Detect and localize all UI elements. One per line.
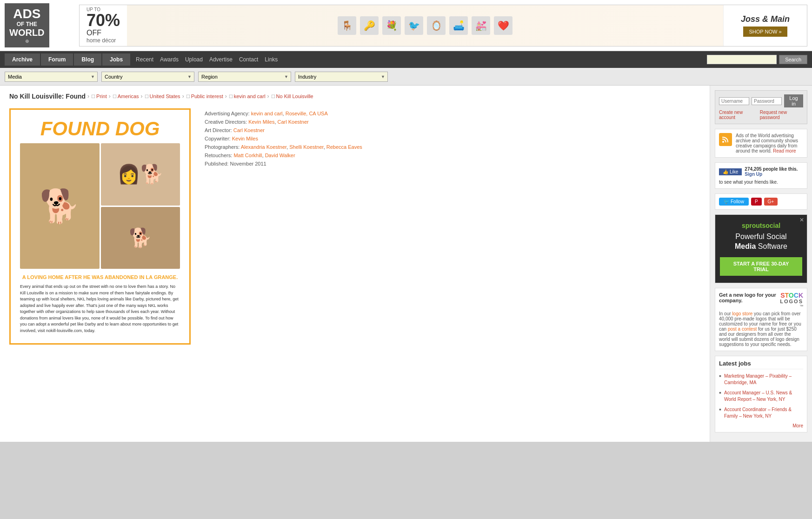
twitter-follow-button[interactable]: 🐦 Follow xyxy=(719,198,749,206)
facebook-box: 👍 Like 274,205 people like this. Sign Up… xyxy=(715,162,807,189)
google-plus-icon: G+ xyxy=(768,199,774,204)
pinterest-icon: P xyxy=(755,199,758,204)
content-area: No Kill Louisville: Found › Print › Amer… xyxy=(0,86,710,442)
sprout-social-ad: ✕ sproutsocial Powerful Social Media Sof… xyxy=(715,214,807,283)
retoucher-2[interactable]: David Walker xyxy=(265,153,295,158)
thumbs-up-icon: 👍 xyxy=(723,169,728,174)
sprout-h2: Media xyxy=(735,242,756,250)
banner-category: home décor xyxy=(87,37,120,44)
logo-of: OF THE xyxy=(9,21,45,27)
nav-recent[interactable]: Recent xyxy=(136,56,153,63)
region-filter-wrap: Region xyxy=(198,72,291,82)
breadcrumb-sep-1: › xyxy=(87,93,89,100)
facebook-like-button[interactable]: 👍 Like xyxy=(719,168,742,175)
breadcrumb-sep-3: › xyxy=(141,93,143,100)
photographer-1[interactable]: Alexandria Koestner xyxy=(241,144,286,150)
photographer-3[interactable]: Rebecca Eaves xyxy=(326,144,362,150)
sprout-h1: Powerful Social xyxy=(735,233,786,240)
login-button[interactable]: Log in xyxy=(784,94,803,107)
creative-director-2[interactable]: Carl Koestner xyxy=(278,119,309,125)
close-ad-button[interactable]: ✕ xyxy=(799,217,804,223)
nav-upload[interactable]: Upload xyxy=(185,56,203,63)
about-text: Ads of the World advertising archive and… xyxy=(736,133,803,153)
breadcrumb-agency[interactable]: kevin and carl xyxy=(229,93,266,99)
ad-details: Advertising Agency: kevin and carl, Rose… xyxy=(205,108,700,345)
stock-s: S xyxy=(780,292,785,299)
sprout-trial-button[interactable]: START A FREE 30-DAY TRIAL xyxy=(720,257,802,276)
furniture-icon-5: 🪞 xyxy=(427,16,446,35)
nav-links-item[interactable]: Links xyxy=(265,56,278,63)
job-link-3[interactable]: Account Coordinator – Friends & Family –… xyxy=(724,406,803,419)
detail-retouchers: Retouchers: Matt Corkhill, David Walker xyxy=(205,153,700,158)
stock-logos-description: In our logo store you can pick from over… xyxy=(719,311,803,347)
agency-link[interactable]: kevin and carl xyxy=(251,111,283,116)
page-title: No Kill Louisville: Found xyxy=(9,93,86,100)
country-filter[interactable]: Country xyxy=(101,72,194,82)
breadcrumb-print[interactable]: Print xyxy=(91,93,107,99)
industry-filter-wrap: Industry xyxy=(295,72,388,82)
job-bullet-1: ▪ xyxy=(719,372,721,379)
agency-location[interactable]: Roseville, CA USA xyxy=(286,111,328,116)
ad-body: Every animal that ends up out on the str… xyxy=(20,284,180,334)
nav-contact[interactable]: Contact xyxy=(239,56,258,63)
art-director-label: Art Director: xyxy=(205,127,232,133)
nav-blog[interactable]: Blog xyxy=(74,53,101,66)
logo-area: ADS OF THE WORLD ⊕ xyxy=(5,3,79,47)
dog-icon-1: 🐕 xyxy=(40,187,80,225)
fb-signup-link[interactable]: Sign Up xyxy=(745,172,762,177)
detail-creative-directors: Creative Directors: Kevin Miles, Carl Ko… xyxy=(205,119,700,125)
country-filter-wrap: Country xyxy=(101,72,194,82)
copywriter-label: Copywriter: xyxy=(205,136,231,141)
copywriter-link[interactable]: Kevin Miles xyxy=(232,136,258,141)
read-more-link[interactable]: Read more xyxy=(773,148,796,153)
banner-furniture-icons: 🪑 🔑 💐 🐦 🪞 🛋️ 💒 ❤️ xyxy=(127,5,723,46)
job-link-2[interactable]: Account Manager – U.S. News & World Repo… xyxy=(724,390,803,403)
jobs-box: Latest jobs ▪ Marketing Manager – Pixabi… xyxy=(715,356,807,432)
furniture-icon-2: 🔑 xyxy=(360,16,379,35)
retoucher-1[interactable]: Matt Corkhill xyxy=(233,153,262,158)
banner-brand[interactable]: Joss & Main SHOP NOW » xyxy=(723,5,807,46)
top-banner: ADS OF THE WORLD ⊕ UP TO 70% OFF home dé… xyxy=(0,0,812,51)
stock-get-logo: Get a new logo for your company. xyxy=(719,292,776,303)
username-input[interactable] xyxy=(719,97,749,105)
breadcrumb-public-interest[interactable]: Public interest xyxy=(186,93,223,99)
job-item-2: ▪ Account Manager – U.S. News & World Re… xyxy=(719,390,803,403)
sprout-h3: Software xyxy=(758,242,787,250)
post-contest-link[interactable]: post a contest xyxy=(728,326,757,332)
like-label: Like xyxy=(730,169,738,174)
dog-photo-sleeping: 🐕 xyxy=(101,207,180,269)
breadcrumb-united-states[interactable]: United States xyxy=(145,93,180,99)
banner-off: OFF xyxy=(87,29,120,37)
industry-filter[interactable]: Industry xyxy=(295,72,388,82)
create-account-link[interactable]: Create new account xyxy=(719,110,756,120)
breadcrumb-sep-4: › xyxy=(182,93,184,100)
creative-director-1[interactable]: Kevin Miles xyxy=(248,119,274,125)
password-input[interactable] xyxy=(752,97,782,105)
nav-jobs[interactable]: Jobs xyxy=(102,53,130,66)
search-input[interactable] xyxy=(707,55,777,64)
art-director-link[interactable]: Carl Koestner xyxy=(233,127,265,133)
request-password-link[interactable]: Request new password xyxy=(760,110,803,120)
nav-awards[interactable]: Awards xyxy=(160,56,179,63)
breadcrumb-sep-5: › xyxy=(225,93,227,100)
logo-store-link[interactable]: logo store xyxy=(732,311,752,316)
site-logo[interactable]: ADS OF THE WORLD ⊕ xyxy=(5,3,49,47)
region-filter[interactable]: Region xyxy=(198,72,291,82)
breadcrumb-no-kill[interactable]: No Kill Louisville xyxy=(271,93,313,99)
filter-bar: Media Country Region Industry xyxy=(0,68,812,86)
breadcrumb-americas[interactable]: Americas xyxy=(113,93,139,99)
nav-forum[interactable]: Forum xyxy=(41,53,73,66)
jobs-more-link[interactable]: More xyxy=(719,423,803,428)
nav-archive[interactable]: Archive xyxy=(5,53,40,66)
photographer-2[interactable]: Shelli Koestner xyxy=(289,144,323,150)
search-button[interactable]: Search xyxy=(779,55,807,64)
dog-photo-main: 🐕 xyxy=(20,143,100,269)
shop-now-button[interactable]: SHOP NOW » xyxy=(743,27,787,37)
main-layout: No Kill Louisville: Found › Print › Amer… xyxy=(0,86,812,442)
stock-logos-brand: STOCK LOGOS ™ xyxy=(780,292,803,308)
pinterest-button[interactable]: P xyxy=(751,198,762,206)
nav-advertise[interactable]: Advertise xyxy=(209,56,233,63)
job-link-1[interactable]: Marketing Manager – Pixability – Cambrid… xyxy=(724,373,803,386)
google-plus-button[interactable]: G+ xyxy=(764,198,778,206)
media-filter[interactable]: Media xyxy=(5,72,98,82)
